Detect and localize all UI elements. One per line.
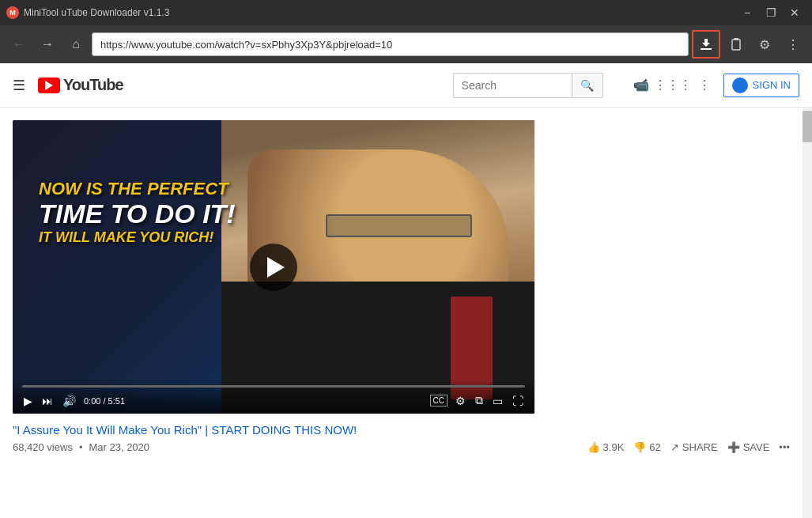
youtube-logo-icon	[38, 78, 60, 93]
youtube-logo-text: YouTube	[63, 76, 123, 94]
close-button[interactable]: ✕	[784, 5, 806, 21]
total-time: 5:51	[108, 396, 125, 406]
thumb-up-icon: 👍	[587, 441, 600, 453]
app-icon: M	[6, 6, 19, 19]
share-button[interactable]: ↗ SHARE	[670, 441, 718, 453]
save-button[interactable]: ➕ SAVE	[727, 441, 770, 453]
video-text-overlay: NOW IS THE PERFECT TIME TO DO IT! IT WIL…	[39, 179, 236, 245]
video-text-line1: NOW IS THE PERFECT	[39, 179, 236, 199]
sign-in-button[interactable]: 👤 SIGN IN	[723, 74, 799, 97]
current-time: 0:00	[84, 396, 100, 406]
like-button[interactable]: 👍 3.9K	[587, 441, 625, 453]
controls-row: ▶ ⏭ 🔊 0:00 / 5:51 CC ⚙ ⧉ ▭ ⛶	[22, 392, 525, 409]
like-count: 3.9K	[603, 441, 625, 453]
save-label: SAVE	[743, 441, 770, 453]
more-button[interactable]: ⋮	[780, 32, 806, 57]
restore-button[interactable]: ❐	[760, 5, 782, 21]
play-pause-button[interactable]: ▶	[22, 393, 34, 409]
fullscreen-button[interactable]: ⛶	[511, 393, 525, 409]
time-display: 0:00 / 5:51	[84, 396, 125, 406]
more-actions-button[interactable]: •••	[779, 441, 790, 453]
meta-separator: •	[79, 441, 83, 453]
nav-bar: ← → ⌂ ⚙ ⋮	[0, 25, 812, 63]
quality-settings-button[interactable]: ⚙	[454, 393, 467, 409]
clipboard-button[interactable]	[723, 32, 749, 57]
video-text-line3: IT WILL MAKE YOU RICH!	[39, 229, 236, 246]
back-button[interactable]: ←	[6, 32, 32, 57]
url-bar[interactable]	[92, 32, 689, 56]
apps-button[interactable]: ⋮⋮⋮	[660, 73, 685, 98]
app-title: MiniTool uTube Downloader v1.1.3	[24, 7, 169, 18]
volume-button[interactable]: 🔊	[61, 393, 77, 409]
search-input[interactable]	[453, 73, 572, 98]
share-label: SHARE	[682, 441, 718, 453]
dislike-count: 62	[649, 441, 660, 453]
youtube-logo[interactable]: YouTube	[38, 76, 123, 94]
miniplayer-button[interactable]: ⧉	[474, 392, 485, 409]
video-meta: 68,420 views • Mar 23, 2020 👍 3.9K 👎 62 …	[13, 441, 790, 453]
more-options-button[interactable]: ⋮	[692, 73, 717, 98]
window-controls: − ❐ ✕	[736, 5, 806, 21]
video-stats: 👍 3.9K 👎 62 ↗ SHARE ➕ SAVE	[587, 441, 790, 453]
more-icon: •••	[779, 441, 790, 453]
svg-rect-0	[701, 48, 712, 50]
publish-date: Mar 23, 2020	[89, 441, 149, 453]
video-section: NOW IS THE PERFECT TIME TO DO IT! IT WIL…	[0, 108, 803, 518]
video-title[interactable]: "I Assure You It Will Make You Rich" | S…	[13, 423, 790, 437]
main-content: NOW IS THE PERFECT TIME TO DO IT! IT WIL…	[0, 108, 812, 518]
hamburger-icon[interactable]: ☰	[13, 77, 25, 94]
video-player[interactable]: NOW IS THE PERFECT TIME TO DO IT! IT WIL…	[13, 120, 534, 414]
title-bar: M MiniTool uTube Downloader v1.1.3 − ❐ ✕	[0, 0, 812, 25]
play-triangle-icon	[267, 257, 285, 278]
progress-bar[interactable]	[22, 385, 525, 388]
search-button[interactable]: 🔍	[572, 73, 603, 98]
play-button[interactable]	[250, 244, 297, 291]
video-controls: ▶ ⏭ 🔊 0:00 / 5:51 CC ⚙ ⧉ ▭ ⛶	[13, 379, 534, 414]
dislike-button[interactable]: 👎 62	[633, 441, 660, 453]
minimize-button[interactable]: −	[736, 5, 758, 21]
create-video-button[interactable]: 📹	[629, 73, 654, 98]
scrollbar-track[interactable]	[803, 108, 812, 518]
save-icon: ➕	[727, 441, 740, 453]
home-button[interactable]: ⌂	[63, 32, 89, 57]
youtube-header: ☰ YouTube 🔍 📹 ⋮⋮⋮ ⋮ 👤 SIGN IN	[0, 63, 812, 108]
view-count: 68,420 views	[13, 441, 73, 453]
next-button[interactable]: ⏭	[40, 393, 55, 409]
search-container: 🔍	[453, 73, 603, 98]
sign-in-avatar: 👤	[732, 78, 748, 93]
download-button[interactable]	[692, 30, 720, 59]
title-bar-left: M MiniTool uTube Downloader v1.1.3	[6, 6, 169, 19]
thumb-down-icon: 👎	[633, 441, 646, 453]
video-text-line2: TIME TO DO IT!	[39, 199, 236, 229]
sign-in-label: SIGN IN	[753, 79, 791, 91]
svg-rect-1	[732, 40, 740, 50]
browser-content: ☰ YouTube 🔍 📹 ⋮⋮⋮ ⋮ 👤 SIGN IN	[0, 63, 812, 518]
scrollbar-thumb[interactable]	[803, 111, 812, 142]
forward-button[interactable]: →	[35, 32, 60, 57]
share-icon: ↗	[670, 441, 679, 453]
search-icon: 🔍	[580, 79, 594, 92]
cc-button[interactable]: CC	[430, 395, 448, 406]
settings-button[interactable]: ⚙	[752, 32, 777, 57]
header-actions: 📹 ⋮⋮⋮ ⋮ 👤 SIGN IN	[629, 73, 799, 98]
svg-rect-2	[734, 38, 738, 40]
theater-button[interactable]: ▭	[491, 393, 504, 409]
